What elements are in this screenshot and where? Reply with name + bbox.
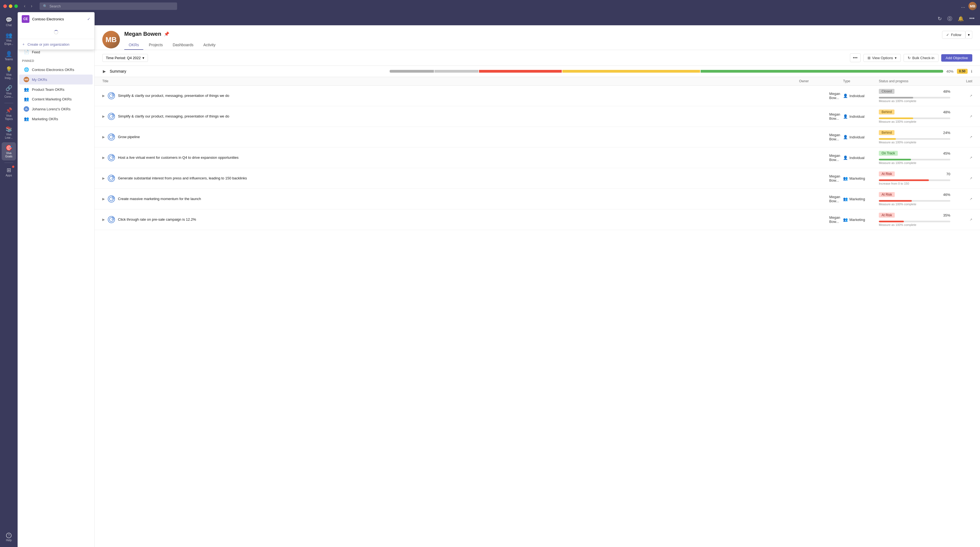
nav-item-contoso-okrs[interactable]: 🌐 Contoso Electronics OKRs	[19, 65, 93, 74]
window-controls	[3, 5, 18, 8]
sidebar-item-teams[interactable]: 👤 Teams	[2, 48, 16, 63]
create-join-org-button[interactable]: ＋ Create or join organization	[18, 39, 94, 49]
nav-label-johanna: Johanna Lorenz's OKRs	[32, 107, 71, 111]
col-last: Last	[950, 79, 972, 83]
profile-tab-okrs[interactable]: OKRs	[124, 40, 143, 50]
globe-icon: 🌐	[24, 67, 29, 72]
summary-expand-button[interactable]: ▶	[102, 69, 107, 74]
type-cell-5: 👥 Marketing	[843, 197, 879, 201]
nav-item-content-marketing[interactable]: 👥 Content Marketing OKRs	[19, 94, 93, 104]
sidebar-item-viva-learning[interactable]: 📚 Viva Lear...	[2, 124, 16, 142]
share-arrow-icon-5[interactable]: ↗	[970, 197, 972, 201]
row-expand-3[interactable]: ▶	[102, 156, 105, 159]
notifications-icon[interactable]: 🔔	[957, 14, 965, 23]
okr-toolbar: Time Period: Q4 2022 ▾ ••• ⊞ View Option…	[95, 50, 980, 66]
chevron-down-icon: ▾	[142, 56, 144, 60]
sidebar-item-viva-connections[interactable]: 🔗 Viva Conn...	[2, 83, 16, 101]
row-expand-4[interactable]: ▶	[102, 176, 105, 180]
row-expand-6[interactable]: ▶	[102, 218, 105, 222]
summary-score: 0.50	[957, 69, 967, 74]
status-sub-3: Measure as 100% complete	[879, 161, 950, 164]
okr-title-cell-0: ▶ Simplify & clarify our product, messag…	[102, 92, 799, 100]
follow-chevron-button[interactable]: ▾	[966, 31, 972, 39]
progress-seg-3	[479, 70, 562, 73]
sidebar-item-apps[interactable]: ⊞ Apps	[2, 164, 16, 179]
maximize-window-btn[interactable]	[14, 5, 18, 8]
forward-button[interactable]: ›	[29, 3, 34, 10]
sidebar-item-viva-insights[interactable]: 💡 Viva Insig...	[2, 64, 16, 82]
type-icon-2: 👤	[843, 135, 848, 139]
user-avatar[interactable]: MB	[969, 2, 977, 10]
table-row[interactable]: ▶ Generate substantial interest from pre…	[95, 168, 980, 189]
close-window-btn[interactable]	[3, 5, 7, 8]
owner-name-1: Megan Bow...	[829, 112, 843, 121]
okr-title-cell-6: ▶ Click through rate on pre-sale campaig…	[102, 216, 799, 223]
table-row[interactable]: ▶ Create massive marketing momentum for …	[95, 189, 980, 209]
profile-tab-activity[interactable]: Activity	[199, 40, 220, 50]
search-input[interactable]	[49, 4, 174, 8]
sidebar-bottom: ? Help	[2, 531, 16, 545]
table-row[interactable]: ▶ Simplify & clarify our product, messag…	[95, 86, 980, 106]
type-cell-3: 👤 Individual	[843, 155, 879, 160]
share-arrow-icon-4[interactable]: ↗	[970, 176, 972, 180]
share-arrow-icon-3[interactable]: ↗	[970, 156, 972, 159]
progress-bar-5	[879, 200, 950, 202]
share-arrow-icon-6[interactable]: ↗	[970, 218, 972, 222]
progress-pct-2: 24%	[897, 131, 950, 135]
row-expand-0[interactable]: ▶	[102, 94, 105, 98]
last-cell-4: ↗	[950, 176, 972, 180]
sidebar-item-viva-engage[interactable]: 👥 Viva Enga...	[2, 30, 16, 48]
table-row[interactable]: ▶ Grow pipeline Megan Bow... 👤 Individua…	[95, 127, 980, 147]
status-cell-4: At Risk 70 Increase from 0 to 150	[879, 171, 950, 185]
owner-name-4: Megan Bow...	[829, 174, 843, 182]
teams-nav-more-icon[interactable]: •••	[968, 14, 975, 22]
row-expand-1[interactable]: ▶	[102, 115, 105, 118]
profile-header-right: ✓ Follow ▾	[942, 31, 972, 39]
feed-icon: 📄	[24, 49, 29, 54]
status-cell-5: At Risk 46% Measure as 100% complete	[879, 192, 950, 206]
share-arrow-icon-0[interactable]: ↗	[970, 94, 972, 98]
table-row[interactable]: ▶ Host a live virtual event for customer…	[95, 147, 980, 168]
type-label-6: Marketing	[850, 218, 865, 222]
profile-tab-dashboards[interactable]: Dashboards	[168, 40, 198, 50]
status-badge-5: At Risk	[879, 192, 895, 197]
title-bar-more-button[interactable]: ...	[961, 3, 965, 9]
summary-pct: 40%	[947, 69, 954, 73]
share-arrow-icon-1[interactable]: ↗	[970, 115, 972, 118]
teams-icon: 👤	[5, 51, 13, 57]
bulk-checkin-button[interactable]: ↻ Bulk Check-in	[904, 54, 939, 62]
grid-icon: ⊞	[867, 56, 870, 60]
nav-item-product-team[interactable]: 👥 Product Team OKRs	[19, 85, 93, 94]
progress-seg-1	[390, 70, 434, 73]
table-row[interactable]: ▶ Click through rate on pre-sale campaig…	[95, 209, 980, 230]
add-objective-button[interactable]: Add Objective	[941, 54, 972, 62]
status-cell-2: Behind 24% Measure as 100% complete	[879, 130, 950, 144]
last-cell-1: ↗	[950, 115, 972, 118]
follow-button[interactable]: ✓ Follow	[942, 31, 966, 39]
row-expand-5[interactable]: ▶	[102, 197, 105, 201]
sidebar-item-viva-goals[interactable]: 🎯 Viva Goals	[2, 142, 16, 160]
nav-item-marketing-okrs[interactable]: 👥 Marketing OKRs	[19, 114, 93, 124]
share-arrow-icon-2[interactable]: ↗	[970, 135, 972, 139]
nav-item-my-okrs[interactable]: MB My OKRs	[19, 75, 93, 85]
time-period-button[interactable]: Time Period: Q4 2022 ▾	[102, 54, 148, 62]
owner-cell-1: Megan Bow...	[799, 112, 843, 121]
owner-name-6: Megan Bow...	[829, 215, 843, 224]
type-icon-6: 👥	[843, 217, 848, 222]
profile-tab-projects[interactable]: Projects	[144, 40, 167, 50]
bulk-checkin-label: Bulk Check-in	[912, 56, 934, 60]
sidebar-item-viva-topics[interactable]: 📌 Viva Topics	[2, 105, 16, 123]
back-button[interactable]: ‹	[22, 3, 27, 10]
refresh-icon[interactable]: ↻	[937, 14, 943, 23]
help-circle-icon[interactable]: ⓪	[946, 14, 953, 23]
minimize-window-btn[interactable]	[9, 5, 13, 8]
table-row[interactable]: ▶ Simplify & clarify our product, messag…	[95, 106, 980, 127]
search-bar[interactable]: 🔍	[40, 3, 177, 10]
view-options-button[interactable]: ⊞ View Options ▾	[864, 54, 901, 62]
nav-item-johanna[interactable]: JL Johanna Lorenz's OKRs	[19, 104, 93, 114]
summary-info-icon[interactable]: ℹ	[971, 69, 972, 73]
sidebar-item-help[interactable]: ? Help	[2, 531, 16, 544]
toolbar-more-button[interactable]: •••	[850, 53, 861, 62]
sidebar-item-chat[interactable]: 💬 Chat	[2, 14, 16, 29]
row-expand-2[interactable]: ▶	[102, 135, 105, 139]
